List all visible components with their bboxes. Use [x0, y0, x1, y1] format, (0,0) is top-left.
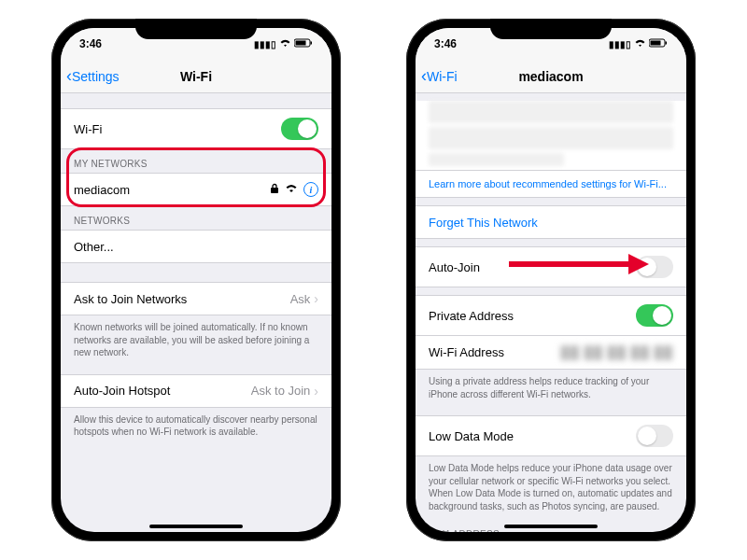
svg-rect-1 [296, 41, 306, 46]
wifi-signal-icon [285, 183, 298, 196]
status-time: 3:46 [434, 37, 457, 50]
low-data-toggle[interactable] [636, 425, 673, 447]
networks-header: NETWORKS [61, 206, 331, 230]
ask-to-join-row[interactable]: Ask to Join Networks Ask › [61, 282, 331, 315]
battery-icon [294, 38, 313, 49]
wifi-address-row: Wi-Fi Address ██ ██ ██ ██ ██ [416, 336, 686, 370]
notch [135, 19, 257, 39]
wifi-address-label: Wi-Fi Address [429, 345, 504, 359]
phone-right: 3:46 ▮▮▮▯ ‹ Wi-Fi mediacom [406, 19, 696, 541]
signal-icon: ▮▮▮▯ [609, 39, 631, 49]
auto-hotspot-value: Ask to Join [251, 384, 311, 398]
content: Learn more about recommended settings fo… [416, 93, 686, 532]
network-icons: i [270, 182, 318, 197]
network-row-mediacom[interactable]: mediacom i [61, 173, 331, 206]
signal-icon: ▮▮▮▯ [254, 39, 276, 49]
navbar: ‹ Wi-Fi mediacom [416, 60, 686, 93]
ask-join-value: Ask [290, 292, 311, 306]
low-data-mode-row[interactable]: Low Data Mode [416, 415, 686, 456]
chevron-right-icon: › [314, 384, 318, 399]
wifi-address-value: ██ ██ ██ ██ ██ [560, 345, 673, 359]
back-label: Settings [72, 69, 120, 84]
redacted-row [416, 101, 686, 171]
auto-join-toggle[interactable] [636, 256, 673, 278]
my-networks-header: MY NETWORKS [61, 149, 331, 173]
private-address-label: Private Address [429, 309, 514, 323]
navbar: ‹ Settings Wi-Fi [61, 60, 331, 93]
low-data-footer: Low Data Mode helps reduce your iPhone d… [416, 456, 686, 520]
learn-more-link[interactable]: Learn more about recommended settings fo… [416, 171, 686, 198]
wifi-label: Wi-Fi [74, 122, 102, 136]
home-indicator[interactable] [504, 525, 598, 528]
svg-rect-5 [651, 41, 661, 46]
wifi-icon [279, 38, 291, 49]
auto-join-label: Auto-Join [429, 260, 480, 274]
chevron-right-icon: › [314, 291, 318, 306]
auto-hotspot-label: Auto-Join Hotspot [74, 384, 170, 398]
wifi-toggle-row[interactable]: Wi-Fi [61, 108, 331, 149]
nav-title: mediacom [518, 69, 583, 84]
phone-left: 3:46 ▮▮▮▯ ‹ Settings Wi-Fi Wi-Fi [51, 19, 341, 541]
other-network-row[interactable]: Other... [61, 230, 331, 263]
lock-icon [270, 183, 279, 197]
svg-rect-3 [271, 188, 278, 193]
screen: 3:46 ▮▮▮▯ ‹ Settings Wi-Fi Wi-Fi [61, 28, 331, 532]
battery-icon [649, 38, 668, 49]
private-address-toggle[interactable] [636, 304, 673, 327]
svg-rect-6 [666, 42, 668, 45]
forget-label: Forget This Network [429, 216, 538, 230]
svg-rect-2 [311, 42, 313, 45]
private-address-footer: Using a private address helps reduce tra… [416, 370, 686, 408]
content: Wi-Fi MY NETWORKS mediacom [61, 93, 331, 532]
auto-join-row[interactable]: Auto-Join [416, 246, 686, 287]
wifi-icon [634, 38, 646, 49]
wifi-toggle[interactable] [281, 118, 318, 140]
auto-join-hotspot-row[interactable]: Auto-Join Hotspot Ask to Join › [61, 374, 331, 408]
back-button[interactable]: ‹ Wi-Fi [416, 66, 458, 86]
other-label: Other... [74, 240, 114, 254]
nav-title: Wi-Fi [180, 69, 212, 84]
auto-hotspot-footer: Allow this device to automatically disco… [61, 408, 331, 446]
screen: 3:46 ▮▮▮▯ ‹ Wi-Fi mediacom [416, 28, 686, 532]
info-icon[interactable]: i [303, 182, 318, 197]
home-indicator[interactable] [149, 525, 243, 528]
notch [490, 19, 612, 39]
forget-network-row[interactable]: Forget This Network [416, 205, 686, 239]
status-icons: ▮▮▮▯ [609, 38, 668, 49]
back-label: Wi-Fi [427, 69, 458, 84]
private-address-row[interactable]: Private Address [416, 295, 686, 336]
ask-join-footer: Known networks will be joined automatica… [61, 315, 331, 367]
status-time: 3:46 [79, 37, 102, 50]
back-button[interactable]: ‹ Settings [61, 66, 120, 86]
ask-join-label: Ask to Join Networks [74, 292, 187, 306]
low-data-label: Low Data Mode [429, 429, 514, 443]
network-name: mediacom [74, 183, 130, 197]
status-icons: ▮▮▮▯ [254, 38, 313, 49]
